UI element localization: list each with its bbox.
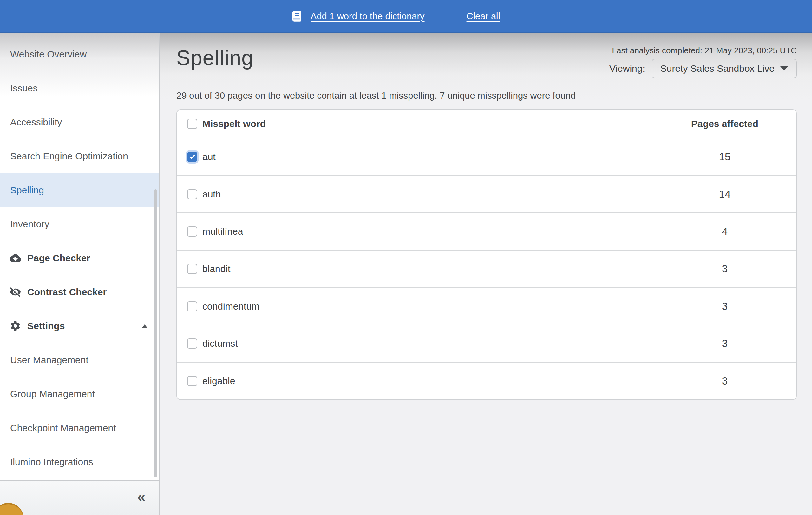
misspelt-word: aut <box>202 152 216 162</box>
table-row: auth 14 <box>177 175 796 213</box>
misspelt-word: blandit <box>202 264 230 274</box>
table-row: blandit 3 <box>177 250 796 287</box>
site-selector-value: Surety Sales Sandbox Live <box>660 63 775 74</box>
sidebar-item-ilumino-integrations[interactable]: Ilumino Integrations <box>0 445 159 479</box>
pages-affected-column-header: Pages affected <box>654 118 796 129</box>
add-word-to-dictionary-link[interactable]: Add 1 word to the dictionary <box>311 11 425 22</box>
pages-affected-value: 3 <box>654 375 796 387</box>
collapse-chevrons-icon: « <box>137 488 146 505</box>
sidebar-item-page-checker[interactable]: Page Checker <box>0 241 159 275</box>
misspellings-table: Misspelt word Pages affected aut 15 auth… <box>176 109 797 400</box>
table-row: dictumst 3 <box>177 325 796 362</box>
gear-icon <box>9 320 21 332</box>
select-all-checkbox[interactable] <box>187 119 197 129</box>
viewing-label: Viewing: <box>609 63 645 74</box>
nav-label: Search Engine Optimization <box>10 151 128 162</box>
misspelt-word: eligable <box>202 376 235 386</box>
misspelt-word: multilínea <box>202 226 243 237</box>
sidebar-item-settings[interactable]: Settings <box>0 309 159 343</box>
table-row: aut 15 <box>177 138 796 175</box>
row-checkbox[interactable] <box>187 264 197 274</box>
nav-label: Issues <box>10 83 38 94</box>
viewing-row: Viewing: Surety Sales Sandbox Live <box>609 59 797 78</box>
table-body: aut 15 auth 14 multilínea 4 blandit 3 co… <box>177 138 796 400</box>
dictionary-book-icon <box>290 10 303 23</box>
last-analysis-timestamp: Last analysis completed: 21 May 2023, 00… <box>612 46 797 56</box>
sidebar-item-issues[interactable]: Issues <box>0 71 159 105</box>
logo-fragment <box>0 503 24 515</box>
nav-label: Website Overview <box>10 49 87 60</box>
pages-affected-value: 3 <box>654 337 796 350</box>
row-checkbox[interactable] <box>187 226 197 237</box>
notification-bar-actions: Add 1 word to the dictionary Clear all <box>290 10 500 23</box>
chevron-down-icon <box>780 66 788 71</box>
sidebar-item-inventory[interactable]: Inventory <box>0 207 159 241</box>
nav-label: Page Checker <box>27 253 90 264</box>
misspelt-word: auth <box>202 189 221 200</box>
notification-bar: Add 1 word to the dictionary Clear all <box>0 0 812 33</box>
sidebar-scrollbar-thumb[interactable] <box>154 189 157 477</box>
misspelt-word-column-header: Misspelt word <box>202 118 266 129</box>
nav-label: Spelling <box>10 185 44 196</box>
word-cell: blandit <box>187 264 654 274</box>
nav-label: Settings <box>27 321 65 331</box>
word-cell: dictumst <box>187 338 654 349</box>
nav-label: Checkpoint Management <box>10 423 116 433</box>
word-cell: auth <box>187 189 654 200</box>
nav-label: Group Management <box>10 389 95 400</box>
word-cell: eligable <box>187 376 654 386</box>
sidebar: Website Overview Issues Accessibility Se… <box>0 33 160 515</box>
sidebar-item-checkpoint-management[interactable]: Checkpoint Management <box>0 411 159 445</box>
page-title: Spelling <box>176 46 254 70</box>
sidebar-item-spelling[interactable]: Spelling <box>0 173 159 207</box>
row-checkbox[interactable] <box>187 301 197 311</box>
table-row: condimentum 3 <box>177 287 796 325</box>
misspelt-word: condimentum <box>202 301 259 312</box>
sidebar-item-accessibility[interactable]: Accessibility <box>0 105 159 139</box>
pages-affected-value: 3 <box>654 263 796 275</box>
spelling-summary: 29 out of 30 pages on the website contai… <box>176 90 576 101</box>
word-header-cell: Misspelt word <box>187 118 654 129</box>
pages-affected-value: 4 <box>654 225 796 238</box>
word-cell: condimentum <box>187 301 654 312</box>
site-selector-dropdown[interactable]: Surety Sales Sandbox Live <box>651 59 797 78</box>
sidebar-item-website-overview[interactable]: Website Overview <box>0 37 159 71</box>
sidebar-footer: « <box>0 480 159 515</box>
cloud-download-icon <box>9 252 21 264</box>
row-checkbox[interactable] <box>187 376 197 386</box>
sidebar-item-group-management[interactable]: Group Management <box>0 377 159 411</box>
sidebar-item-user-management[interactable]: User Management <box>0 343 159 377</box>
word-cell: aut <box>187 152 654 162</box>
nav-label: User Management <box>10 355 88 365</box>
row-checkbox[interactable] <box>187 189 197 199</box>
main-content: Last analysis completed: 21 May 2023, 00… <box>160 33 812 515</box>
word-cell: multilínea <box>187 226 654 237</box>
sidebar-nav-list: Website Overview Issues Accessibility Se… <box>0 33 159 479</box>
pages-affected-value: 3 <box>654 300 796 313</box>
nav-label: Inventory <box>10 219 49 229</box>
eye-off-icon <box>9 286 21 298</box>
sidebar-item-contrast-checker[interactable]: Contrast Checker <box>0 275 159 309</box>
misspelt-word: dictumst <box>202 338 238 349</box>
section-collapse-arrow-icon[interactable] <box>142 325 148 328</box>
clear-all-link[interactable]: Clear all <box>467 11 500 22</box>
table-row: eligable 3 <box>177 362 796 400</box>
nav-label: Accessibility <box>10 117 62 128</box>
pages-affected-value: 14 <box>654 188 796 200</box>
nav-label: Ilumino Integrations <box>10 457 93 467</box>
sidebar-item-search-engine-optimization[interactable]: Search Engine Optimization <box>0 139 159 173</box>
nav-label: Contrast Checker <box>27 287 107 298</box>
row-checkbox[interactable] <box>187 152 197 162</box>
table-row: multilínea 4 <box>177 212 796 250</box>
table-header-row: Misspelt word Pages affected <box>177 110 796 138</box>
row-checkbox[interactable] <box>187 338 197 349</box>
sidebar-collapse-button[interactable]: « <box>123 481 159 515</box>
pages-affected-value: 15 <box>654 151 796 163</box>
